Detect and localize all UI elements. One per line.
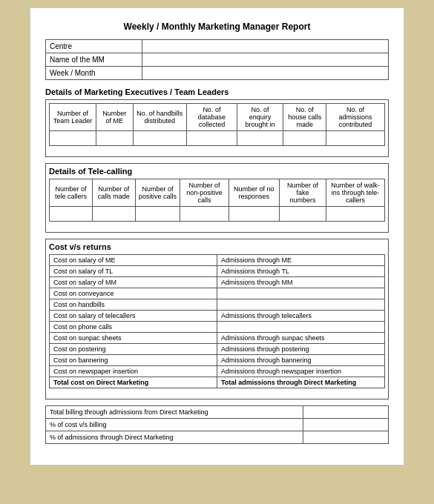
section3-box: Cost v/s returns Cost on salary of MEAdm…: [45, 239, 389, 399]
cost-row: Cost on posteringAdmissions through post…: [50, 344, 385, 355]
info-label: Centre: [46, 40, 142, 53]
cost-row: Cost on newspaper insertionAdmissions th…: [50, 366, 385, 377]
cost-value: Admissions through sunpac sheets: [217, 333, 385, 344]
cost-row: Cost on salary of MEAdmissions through M…: [50, 255, 385, 266]
cost-label: Cost on postering: [50, 344, 217, 355]
column-header: Number of tele callers: [50, 179, 93, 207]
table-row: [50, 131, 385, 146]
page: Weekly / Monthly Marketing Manager Repor…: [30, 7, 404, 465]
cost-row: Cost on conveyance: [50, 288, 385, 299]
cost-table: Cost on salary of MEAdmissions through M…: [49, 254, 385, 388]
cost-value: Admissions through postering: [217, 344, 385, 355]
billing-label: % of cost v/s billing: [46, 419, 303, 431]
billing-row: Total billing through admissions from Di…: [46, 406, 389, 419]
page-title: Weekly / Monthly Marketing Manager Repor…: [45, 21, 389, 32]
billing-row: % of cost v/s billing: [46, 419, 389, 431]
section1-title: Details of Marketing Executives / Team L…: [45, 87, 389, 96]
cost-row: Cost on handbills: [50, 299, 385, 311]
column-header: No. of admissions contributed: [326, 104, 385, 131]
info-value: [142, 40, 389, 53]
cost-value: Admissions through TL: [217, 266, 385, 277]
cost-row: Cost on salary of TLAdmissions through T…: [50, 266, 385, 277]
cost-value: [217, 288, 385, 299]
info-row: Centre: [46, 40, 389, 53]
column-header: Number of ME: [96, 104, 133, 131]
column-header: Number of non-positive calls: [180, 179, 229, 207]
section1-box: Number of Team LeaderNumber of MENo. of …: [45, 99, 389, 157]
billing-table: Total billing through admissions from Di…: [45, 405, 389, 444]
cost-label: Cost on bannering: [50, 355, 217, 366]
column-header: No. of handbills distributed: [133, 104, 186, 131]
cost-value: Admissions through ME: [217, 255, 385, 266]
column-header: Number of calls made: [92, 179, 135, 207]
column-header: No. of house calls made: [283, 104, 326, 131]
billing-value: [303, 431, 389, 444]
cost-value: Admissions through MM: [217, 277, 385, 288]
billing-value: [303, 419, 389, 431]
section2-box: Details of Tele-calling Number of tele c…: [45, 163, 389, 233]
info-label: Name of the MM: [46, 53, 142, 67]
cost-value: [217, 322, 385, 333]
column-header: No. of enquiry brought in: [237, 104, 283, 131]
cost-value: Admissions through newspaper insertion: [217, 366, 385, 377]
section1-table: Number of Team LeaderNumber of MENo. of …: [49, 103, 385, 146]
info-row: Name of the MM: [46, 53, 389, 67]
cost-row: Cost on salary of MMAdmissions through M…: [50, 277, 385, 288]
billing-value: [303, 406, 389, 419]
cost-label: Cost on salary of TL: [50, 266, 217, 277]
cost-label: Cost on newspaper insertion: [50, 366, 217, 377]
table-row: [50, 207, 385, 222]
cost-label: Cost on handbills: [50, 299, 217, 311]
column-header: Number of walk-ins through tele-callers: [326, 179, 385, 207]
billing-label: Total billing through admissions from Di…: [46, 406, 303, 419]
column-header: Number of fake numbers: [279, 179, 326, 207]
cost-label: Total cost on Direct Marketing: [50, 377, 217, 388]
cost-row: Cost on salary of telecallersAdmissions …: [50, 311, 385, 322]
cost-label: Cost on conveyance: [50, 288, 217, 299]
cost-value: Total admissions through Direct Marketin…: [217, 377, 385, 388]
cost-label: Cost on sunpac sheets: [50, 333, 217, 344]
cost-label: Cost on salary of ME: [50, 255, 217, 266]
cost-value: Admissions through telecallers: [217, 311, 385, 322]
section2-title: Details of Tele-calling: [49, 167, 385, 176]
info-row: Week / Month: [46, 67, 389, 80]
section2-table: Number of tele callersNumber of calls ma…: [49, 179, 385, 222]
section3-title: Cost v/s returns: [49, 242, 385, 251]
column-header: Number of positive calls: [135, 179, 180, 207]
column-header: Number of no responses: [228, 179, 279, 207]
cost-value: Admissions through bannering: [217, 355, 385, 366]
info-table: CentreName of the MMWeek / Month: [45, 39, 389, 80]
cost-label: Cost on phone calls: [50, 322, 217, 333]
cost-label: Cost on salary of MM: [50, 277, 217, 288]
billing-label: % of admissions through Direct Marketing: [46, 431, 303, 444]
cost-label: Cost on salary of telecallers: [50, 311, 217, 322]
info-value: [142, 53, 389, 67]
cost-row: Cost on sunpac sheetsAdmissions through …: [50, 333, 385, 344]
cost-row: Total cost on Direct MarketingTotal admi…: [50, 377, 385, 388]
column-header: Number of Team Leader: [50, 104, 96, 131]
info-value: [142, 67, 389, 80]
cost-row: Cost on banneringAdmissions through bann…: [50, 355, 385, 366]
cost-value: [217, 299, 385, 311]
billing-row: % of admissions through Direct Marketing: [46, 431, 389, 444]
column-header: No. of database collected: [186, 104, 237, 131]
info-label: Week / Month: [46, 67, 142, 80]
cost-row: Cost on phone calls: [50, 322, 385, 333]
